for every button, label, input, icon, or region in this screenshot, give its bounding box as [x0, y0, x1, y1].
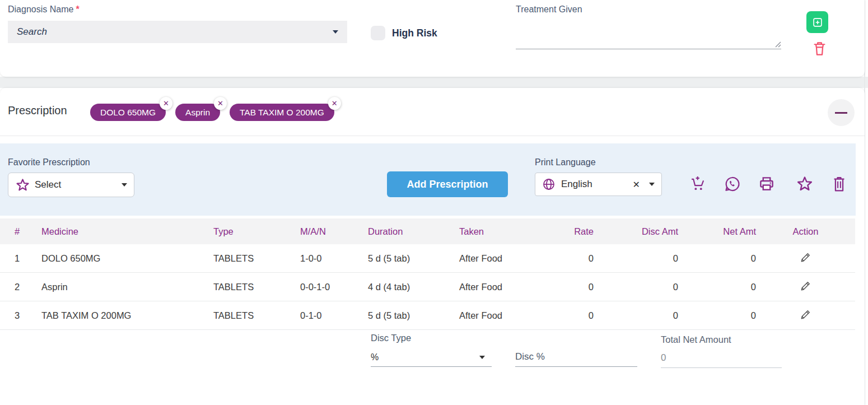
col-header-disc-amt: Disc Amt	[594, 226, 678, 237]
treatment-given-label: Treatment Given	[516, 4, 582, 15]
chip-label: Asprin	[185, 108, 210, 117]
rate: 0	[529, 310, 594, 321]
diagnosis-search-select[interactable]: Search	[8, 21, 347, 43]
print-language-select[interactable]: English ✕	[535, 173, 662, 196]
clear-language-icon[interactable]: ✕	[633, 179, 640, 190]
table-row: 1 DOLO 650MG TABLETS 1-0-0 5 d (5 tab) A…	[0, 244, 855, 273]
duration: 5 d (5 tab)	[353, 310, 445, 321]
diagnosis-name-label-text: Diagnosis Name	[8, 4, 73, 14]
medicine-table: # Medicine Type M/A/N Duration Taken Rat…	[0, 218, 855, 330]
card-gap	[0, 77, 868, 88]
section-divider	[0, 136, 865, 136]
chevron-down-icon	[122, 183, 127, 187]
table-row: 3 TAB TAXIM O 200MG TABLETS 0-1-0 5 d (5…	[0, 301, 855, 330]
disc-amt: 0	[594, 310, 678, 321]
row-num: 1	[0, 253, 27, 264]
diagnosis-search-placeholder: Search	[17, 26, 47, 38]
net-amt: 0	[678, 282, 756, 292]
table-row: 2 Asprin TABLETS 0-0-1-0 4 d (4 tab) Aft…	[0, 273, 855, 301]
chip-close-icon[interactable]: ✕	[214, 97, 227, 110]
chip-close-icon[interactable]: ✕	[328, 97, 341, 110]
edit-row-button[interactable]	[799, 280, 812, 292]
taken: After Food	[445, 282, 529, 292]
chevron-down-icon	[479, 356, 485, 359]
col-header-net-amt: Net Amt	[678, 226, 756, 237]
delete-diagnosis-button[interactable]	[812, 40, 827, 57]
chevron-down-icon	[649, 183, 655, 186]
disc-percent-placeholder: Disc %	[515, 351, 545, 362]
prescription-chip-list: DOLO 650MG ✕ Asprin ✕ TAB TAXIM O 200MG …	[90, 104, 334, 121]
rate: 0	[529, 282, 594, 292]
whatsapp-icon[interactable]	[724, 174, 741, 193]
edit-row-button[interactable]	[799, 308, 812, 321]
disc-type-label: Disc Type	[371, 333, 411, 343]
high-risk-checkbox[interactable]	[371, 26, 385, 40]
disc-type-select[interactable]: %	[371, 348, 492, 367]
col-header-taken: Taken	[445, 226, 529, 237]
chip-label: DOLO 650MG	[100, 108, 156, 117]
star-icon	[15, 178, 30, 193]
man-dosage: 0-0-1-0	[286, 282, 353, 292]
medicine-name: TAB TAXIM O 200MG	[27, 310, 199, 321]
col-header-medicine: Medicine	[27, 226, 199, 237]
high-risk-label: High Risk	[392, 27, 437, 39]
total-net-amount-value: 0	[661, 348, 782, 368]
medicine-name: Asprin	[27, 282, 199, 292]
required-asterisk: *	[76, 4, 79, 14]
chevron-down-icon	[333, 30, 338, 34]
medicine-type: TABLETS	[199, 282, 286, 292]
favorite-star-icon[interactable]	[796, 174, 813, 193]
disc-amt: 0	[594, 253, 678, 264]
delete-trash-icon[interactable]	[830, 174, 847, 193]
total-net-amount-label: Total Net Amount	[661, 334, 731, 345]
add-box-icon	[811, 16, 824, 29]
man-dosage: 0-1-0	[286, 310, 353, 321]
medicine-type: TABLETS	[199, 253, 286, 264]
collapse-section-button[interactable]	[828, 99, 855, 126]
taken: After Food	[445, 253, 529, 264]
prescription-chip: DOLO 650MG ✕	[90, 104, 166, 121]
favorite-prescription-label: Favorite Prescription	[8, 157, 90, 167]
disc-amt: 0	[594, 282, 678, 292]
row-num: 3	[0, 310, 27, 321]
trash-icon	[812, 40, 827, 57]
duration: 5 d (5 tab)	[353, 253, 445, 264]
add-diagnosis-button[interactable]	[806, 11, 828, 33]
globe-icon	[542, 178, 556, 191]
col-header-num: #	[0, 226, 27, 237]
medicine-type: TABLETS	[199, 310, 286, 321]
prescription-chip: TAB TAXIM O 200MG ✕	[230, 104, 334, 121]
treatment-given-textarea[interactable]	[516, 17, 781, 49]
disc-percent-input[interactable]: Disc %	[515, 347, 637, 367]
print-icon[interactable]	[758, 174, 775, 193]
medicine-name: DOLO 650MG	[27, 253, 199, 264]
prescription-chip: Asprin ✕	[175, 104, 220, 121]
add-prescription-button[interactable]: Add Prescription	[387, 171, 508, 197]
col-header-man: M/A/N	[286, 226, 353, 237]
col-header-type: Type	[199, 226, 286, 237]
col-header-duration: Duration	[353, 226, 445, 237]
prescription-page: Diagnosis Name* Search High Risk Treatme…	[0, 0, 868, 405]
minus-icon	[835, 112, 847, 114]
chip-close-icon[interactable]: ✕	[160, 97, 172, 110]
col-header-rate: Rate	[529, 226, 594, 237]
table-header-row: # Medicine Type M/A/N Duration Taken Rat…	[0, 218, 855, 244]
net-amt: 0	[678, 253, 756, 264]
add-to-cart-icon[interactable]	[690, 174, 707, 193]
toolbar-icon-group	[690, 174, 847, 193]
favorite-prescription-select[interactable]: Select	[8, 173, 134, 197]
man-dosage: 1-0-0	[286, 253, 353, 264]
diagnosis-card: Diagnosis Name* Search High Risk Treatme…	[0, 0, 865, 77]
language-select-value: English	[561, 179, 592, 190]
diagnosis-name-label: Diagnosis Name*	[8, 4, 80, 15]
favorite-select-value: Select	[35, 179, 61, 190]
prescription-title: Prescription	[8, 104, 67, 117]
edit-row-button[interactable]	[799, 251, 812, 264]
total-net-amount-text: 0	[661, 352, 666, 364]
taken: After Food	[445, 310, 529, 321]
resize-grip-icon[interactable]	[774, 40, 781, 48]
net-amt: 0	[678, 310, 756, 321]
prescription-toolbar: Favorite Prescription Select Add Prescri…	[0, 143, 856, 216]
col-header-action: Action	[756, 226, 855, 237]
disc-type-value: %	[371, 352, 379, 362]
